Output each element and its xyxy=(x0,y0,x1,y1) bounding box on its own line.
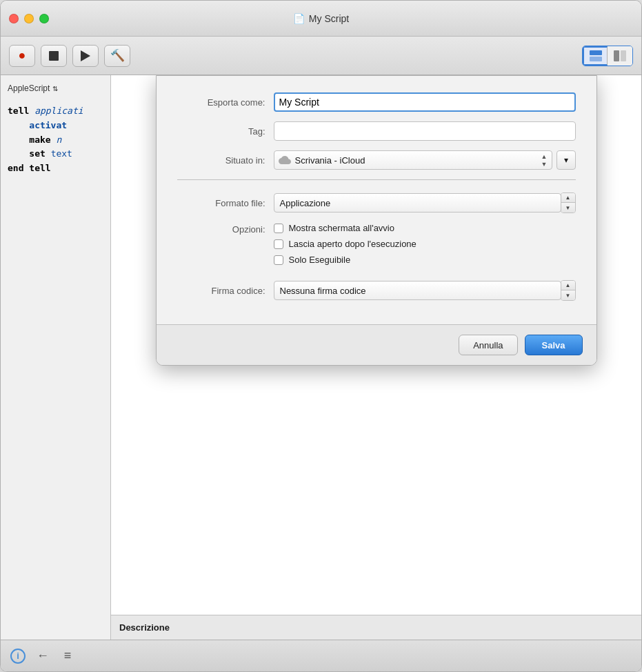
chevron-up-down-icon: ⇅ xyxy=(52,85,58,92)
option-row-2: Lascia aperto dopo l'esecuzione xyxy=(274,239,576,249)
record-button[interactable]: ● xyxy=(9,45,35,67)
location-select[interactable]: Scrivania - iCloud ▲ ▼ xyxy=(274,150,552,170)
option-label-2: Lascia aperto dopo l'esecuzione xyxy=(289,239,417,249)
option-checkbox-2[interactable] xyxy=(274,239,283,249)
run-button[interactable] xyxy=(72,45,99,67)
options-label: Opzioni: xyxy=(177,223,274,235)
option-row-3: Solo Eseguibile xyxy=(274,255,576,265)
location-expand-button[interactable]: ▾ xyxy=(556,150,576,170)
format-row: Formato file: Applicazione ▲ ▼ xyxy=(177,192,576,213)
main-area: AppleScript ⇅ tell applicati activat mak… xyxy=(1,75,641,640)
info-button[interactable]: i xyxy=(10,649,26,664)
list-icon: ≡ xyxy=(64,649,72,663)
cloud-icon xyxy=(279,155,291,165)
filename-row: Esporta come: xyxy=(177,92,576,112)
toolbar: ● 🔨 xyxy=(1,37,641,75)
format-stepper-up[interactable]: ▲ xyxy=(561,193,575,203)
play-icon xyxy=(81,50,90,61)
option-label-1: Mostra schermata all'avvio xyxy=(289,223,394,233)
list-button[interactable]: ≡ xyxy=(60,649,75,664)
traffic-lights xyxy=(9,14,49,23)
code-editor[interactable]: tell applicati activat make n set text e… xyxy=(1,99,110,181)
codesign-stepper-up[interactable]: ▲ xyxy=(561,281,575,290)
maximize-button[interactable] xyxy=(39,14,49,23)
save-dialog: Esporta come: Tag: xyxy=(156,75,597,366)
dialog-footer: Annulla Salva xyxy=(157,324,596,365)
view-toggle xyxy=(582,46,633,66)
location-row: Situato in: xyxy=(177,150,576,170)
option-label-3: Solo Eseguibile xyxy=(289,255,351,265)
location-label: Situato in: xyxy=(177,155,274,166)
codesign-stepper-down[interactable]: ▼ xyxy=(561,290,575,300)
compile-button[interactable]: 🔨 xyxy=(104,45,130,67)
code-line-1: tell applicati xyxy=(8,104,103,119)
tag-field xyxy=(274,121,576,141)
location-row-inner: Scrivania - iCloud ▲ ▼ ▾ xyxy=(274,150,576,170)
code-line-5: end tell xyxy=(8,161,103,176)
option-checkbox-3[interactable] xyxy=(274,255,283,265)
cancel-button[interactable]: Annulla xyxy=(459,335,517,355)
title-icon: 📄 xyxy=(293,13,305,24)
svg-rect-2 xyxy=(614,50,619,61)
format-stepper[interactable]: ▲ ▼ xyxy=(561,192,576,213)
title-bar: 📄 My Script xyxy=(1,1,641,37)
tag-label: Tag: xyxy=(177,126,274,137)
codesign-label: Firma codice: xyxy=(177,286,274,296)
chevron-down-icon: ▾ xyxy=(564,155,568,165)
sidebar: AppleScript ⇅ tell applicati activat mak… xyxy=(1,75,111,640)
filename-input[interactable] xyxy=(274,92,576,112)
split-view-icon xyxy=(589,50,603,62)
stop-button[interactable] xyxy=(41,45,67,67)
format-label: Formato file: xyxy=(177,198,274,208)
svg-rect-3 xyxy=(621,50,626,61)
options-field: Mostra schermata all'avvio Lascia aperto… xyxy=(274,223,576,270)
svg-rect-1 xyxy=(590,57,602,61)
options-row: Opzioni: Mostra schermata all'avvio Lasc… xyxy=(177,223,576,270)
option-row-1: Mostra schermata all'avvio xyxy=(274,223,576,233)
close-button[interactable] xyxy=(9,14,19,23)
codesign-stepper[interactable]: ▲ ▼ xyxy=(561,280,576,301)
tag-input[interactable] xyxy=(274,121,576,141)
filename-label: Esporta come: xyxy=(177,97,274,108)
svg-rect-0 xyxy=(590,50,602,55)
format-field: Applicazione ▲ ▼ xyxy=(274,192,576,213)
window-title: 📄 My Script xyxy=(293,13,349,24)
filename-field xyxy=(274,92,576,112)
format-stepper-down[interactable]: ▼ xyxy=(561,203,575,213)
dialog-overlay: Esporta come: Tag: xyxy=(111,75,641,640)
view-script-button[interactable] xyxy=(608,46,632,66)
language-selector[interactable]: AppleScript ⇅ xyxy=(1,81,110,99)
content-area: Esporta come: Tag: xyxy=(111,75,641,640)
back-button[interactable]: ← xyxy=(35,649,50,664)
codesign-row: Firma codice: Nessuna firma codice ▲ ▼ xyxy=(177,280,576,301)
code-line-2: activat xyxy=(8,119,103,133)
code-line-3: make n xyxy=(8,133,103,148)
code-line-4: set text xyxy=(8,147,103,161)
dialog-body: Esporta come: Tag: xyxy=(157,76,596,324)
option-checkbox-1[interactable] xyxy=(274,224,283,233)
location-stepper-icon: ▲ ▼ xyxy=(541,153,548,168)
hammer-icon: 🔨 xyxy=(110,48,125,63)
back-icon: ← xyxy=(37,649,49,663)
location-field: Scrivania - iCloud ▲ ▼ ▾ xyxy=(274,150,576,170)
codesign-field: Nessuna firma codice ▲ ▼ xyxy=(274,280,576,301)
view-split-button[interactable] xyxy=(583,46,608,66)
tag-row: Tag: xyxy=(177,121,576,141)
section-divider xyxy=(177,179,576,180)
codesign-select[interactable]: Nessuna firma codice xyxy=(274,281,561,300)
save-button[interactable]: Salva xyxy=(525,335,583,355)
main-window: 📄 My Script ● 🔨 xyxy=(0,0,642,672)
script-view-icon xyxy=(613,50,627,62)
bottom-bar: i ← ≡ xyxy=(1,640,641,671)
stop-icon xyxy=(49,51,59,61)
format-select[interactable]: Applicazione xyxy=(274,193,561,213)
minimize-button[interactable] xyxy=(24,14,34,23)
